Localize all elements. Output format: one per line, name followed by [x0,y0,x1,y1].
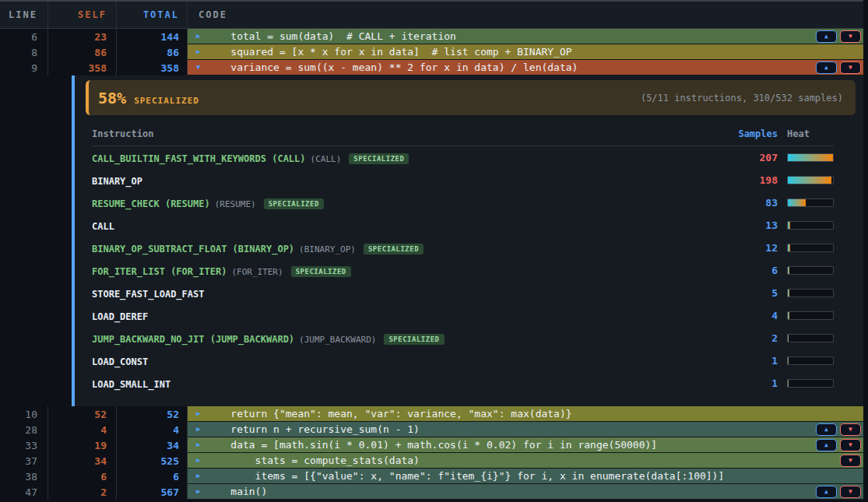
instruction-samples: 207 [723,152,778,163]
code-row: 37 34 525 ▶ stats = compute_stats(data) … [0,453,863,469]
heat-column-header: Heat [787,128,834,139]
heat-bar [787,176,834,184]
instruction-samples: 2 [723,332,778,344]
code-cell[interactable]: ▶ items = [{"value": x, "name": f"item_{… [188,469,863,484]
instruction-row: LOAD_SMALL_INT 1 [92,372,834,395]
jump-down-button[interactable]: ▼ [840,61,861,74]
instruction-samples: 6 [723,265,778,276]
instruction-name: FOR_ITER_LIST (FOR_ITER) [92,266,227,277]
self-samples: 4 [48,422,117,437]
expand-arrow-icon[interactable]: ▶ [188,469,206,483]
instruction-row: BINARY_OP_SUBTRACT_FLOAT (BINARY_OP)(BIN… [92,237,834,259]
heat-bar-fill [788,312,789,319]
total-samples: 525 [117,453,188,469]
jump-up-button[interactable]: ▲ [816,30,837,43]
code-row: 47 2 567 ▶ main() ▲ ▼ [0,484,863,500]
expand-arrow-icon[interactable]: ▶ [188,484,206,499]
code-cell[interactable]: ▼ variance = sum((x - mean) ** 2 for x i… [188,60,863,75]
jump-down-button[interactable]: ▼ [840,439,861,451]
self-samples: 34 [48,453,117,469]
instruction-samples: 1 [723,355,778,367]
heat-bar [787,244,834,252]
column-header-self: SELF [48,2,117,28]
specialized-badge: SPECIALIZED [291,266,351,277]
jump-down-button[interactable]: ▼ [840,423,861,436]
column-header-line: LINE [0,2,48,28]
heat-bar [787,379,834,388]
specialized-badge: SPECIALIZED [264,198,324,209]
heat-bar [787,356,834,365]
code-text: squared = [x * x for x in data] # list c… [206,44,863,59]
line-number: 6 [0,29,48,44]
instruction-row: FOR_ITER_LIST (FOR_ITER)(FOR_ITER)SPECIA… [92,259,834,282]
total-samples: 34 [117,437,188,453]
expand-arrow-icon[interactable]: ▶ [188,437,206,452]
instruction-name: RESUME_CHECK (RESUME) [92,198,210,209]
instruction-row: RESUME_CHECK (RESUME)(RESUME)SPECIALIZED… [92,191,834,214]
heat-bar [787,266,834,275]
total-samples: 358 [117,60,188,75]
jump-up-button[interactable]: ▲ [816,439,837,451]
instruction-samples: 83 [723,197,778,209]
code-cell[interactable]: ▶ return n + recursive_sum(n - 1) ▲ ▼ [188,422,863,437]
instruction-base-name: (RESUME) [215,199,256,209]
heat-bar-fill [788,177,831,184]
instruction-row: LOAD_DEREF 4 [92,304,834,327]
expand-arrow-icon[interactable]: ▶ [188,44,206,59]
code-cell[interactable]: ▶ squared = [x * x for x in data] # list… [188,44,863,60]
line-number: 9 [0,60,48,75]
self-samples: 86 [48,44,117,60]
line-number: 33 [0,437,48,453]
specialized-detail: (5/11 instructions, 310/532 samples) [641,93,843,104]
line-number: 10 [0,406,48,422]
self-samples: 358 [48,60,117,75]
self-samples: 2 [48,484,117,500]
heat-bar-fill [788,357,789,364]
jump-down-button[interactable]: ▼ [840,486,861,498]
specialization-panel: 58% SPECIALIZED (5/11 instructions, 310/… [0,75,863,406]
code-cell[interactable]: ▶ stats = compute_stats(data) ▼ [188,453,863,469]
self-samples: 23 [48,29,117,44]
panel-body: 58% SPECIALIZED (5/11 instructions, 310/… [75,75,863,406]
self-samples: 52 [48,406,117,422]
instruction-row: JUMP_BACKWARD_NO_JIT (JUMP_BACKWARD)(JUM… [92,327,834,349]
code-cell[interactable]: ▶ main() ▲ ▼ [188,484,863,500]
instruction-samples: 5 [723,287,778,299]
heat-bar [787,334,834,342]
code-text: variance = sum((x - mean) ** 2 for x in … [206,60,816,75]
instruction-samples: 4 [723,310,778,321]
total-samples: 86 [117,44,188,60]
expand-arrow-icon[interactable]: ▶ [188,422,206,437]
code-cell[interactable]: ▶ total = sum(data) # CALL + iteration ▲… [188,29,863,44]
instruction-name: LOAD_DEREF [92,311,148,322]
jump-up-button[interactable]: ▲ [816,423,837,436]
expand-arrow-icon[interactable]: ▶ [188,453,206,468]
samples-column-header[interactable]: Samples [723,128,778,139]
heat-bar-fill [788,199,806,206]
jump-up-button[interactable]: ▲ [816,61,837,74]
code-text: stats = compute_stats(data) [206,453,840,468]
expand-arrow-icon[interactable]: ▶ [188,29,206,44]
expand-arrow-icon[interactable]: ▶ [188,406,206,421]
instruction-base-name: (JUMP_BACKWARD) [299,335,376,345]
code-row: 33 19 34 ▶ data = [math.sin(i * 0.01) + … [0,437,863,453]
instruction-row: BINARY_OP 198 [92,169,834,191]
instruction-name: CALL_BUILTIN_FAST_WITH_KEYWORDS (CALL) [92,153,306,164]
jump-up-button[interactable]: ▲ [816,486,837,498]
heat-bar-fill [788,380,789,387]
specialized-badge: SPECIALIZED [349,153,409,164]
jump-down-button[interactable]: ▼ [840,455,861,467]
total-samples: 6 [117,469,188,484]
collapse-arrow-icon[interactable]: ▼ [188,60,206,75]
code-cell[interactable]: ▶ return {"mean": mean, "var": variance,… [188,406,863,422]
column-header-code: CODE [188,9,863,20]
code-row-expanded: 9 358 358 ▼ variance = sum((x - mean) **… [0,60,863,75]
code-text: return n + recursive_sum(n - 1) [206,422,816,437]
instruction-name: STORE_FAST_LOAD_FAST [92,289,205,300]
line-number: 38 [0,469,48,484]
heat-bar [787,153,834,162]
jump-down-button[interactable]: ▼ [840,30,861,43]
instruction-name: CALL [92,221,114,232]
code-cell[interactable]: ▶ data = [math.sin(i * 0.01) + math.cos(… [188,437,863,453]
specialization-banner: 58% SPECIALIZED (5/11 instructions, 310/… [86,80,856,115]
